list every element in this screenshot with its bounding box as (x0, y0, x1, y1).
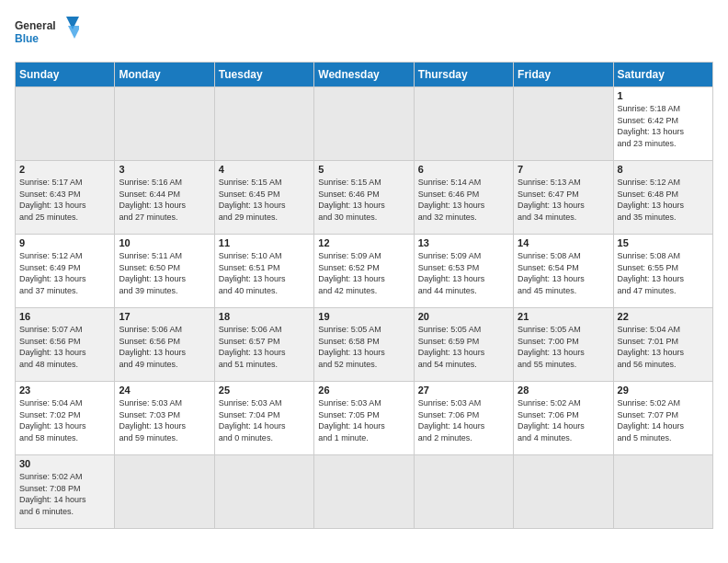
weekday-header-tuesday: Tuesday (214, 63, 313, 87)
calendar-cell (214, 87, 313, 161)
calendar-cell: 14Sunrise: 5:08 AM Sunset: 6:54 PM Dayli… (514, 235, 613, 308)
day-info: Sunrise: 5:15 AM Sunset: 6:46 PM Dayligh… (318, 177, 409, 223)
calendar-cell: 2Sunrise: 5:17 AM Sunset: 6:43 PM Daylig… (16, 161, 115, 235)
calendar-cell (115, 455, 214, 529)
day-info: Sunrise: 5:12 AM Sunset: 6:49 PM Dayligh… (19, 250, 110, 296)
calendar-cell: 30Sunrise: 5:02 AM Sunset: 7:08 PM Dayli… (16, 455, 115, 529)
day-info: Sunrise: 5:13 AM Sunset: 6:47 PM Dayligh… (518, 177, 609, 223)
day-number: 19 (318, 311, 409, 322)
calendar-cell: 22Sunrise: 5:04 AM Sunset: 7:01 PM Dayli… (613, 308, 712, 382)
day-number: 21 (518, 311, 609, 322)
calendar-cell: 23Sunrise: 5:04 AM Sunset: 7:02 PM Dayli… (16, 382, 115, 455)
day-info: Sunrise: 5:16 AM Sunset: 6:44 PM Dayligh… (119, 177, 210, 223)
day-info: Sunrise: 5:04 AM Sunset: 7:02 PM Dayligh… (19, 397, 110, 443)
day-info: Sunrise: 5:07 AM Sunset: 6:56 PM Dayligh… (19, 324, 110, 370)
day-number: 27 (418, 385, 509, 396)
calendar-cell (314, 87, 414, 161)
day-info: Sunrise: 5:03 AM Sunset: 7:05 PM Dayligh… (318, 397, 409, 443)
calendar-cell: 18Sunrise: 5:06 AM Sunset: 6:57 PM Dayli… (214, 308, 313, 382)
calendar-cell: 16Sunrise: 5:07 AM Sunset: 6:56 PM Dayli… (16, 308, 115, 382)
day-number: 14 (518, 237, 609, 248)
day-number: 9 (19, 237, 110, 248)
calendar-cell: 19Sunrise: 5:05 AM Sunset: 6:58 PM Dayli… (314, 308, 414, 382)
weekday-header-saturday: Saturday (613, 63, 712, 87)
calendar-cell: 10Sunrise: 5:11 AM Sunset: 6:50 PM Dayli… (115, 235, 214, 308)
calendar-cell: 8Sunrise: 5:12 AM Sunset: 6:48 PM Daylig… (613, 161, 712, 235)
calendar-cell: 17Sunrise: 5:06 AM Sunset: 6:56 PM Dayli… (115, 308, 214, 382)
weekday-header-monday: Monday (115, 63, 214, 87)
calendar-cell: 27Sunrise: 5:03 AM Sunset: 7:06 PM Dayli… (414, 382, 513, 455)
day-number: 2 (19, 164, 110, 175)
day-number: 5 (318, 164, 409, 175)
calendar-cell: 5Sunrise: 5:15 AM Sunset: 6:46 PM Daylig… (314, 161, 414, 235)
calendar-cell: 4Sunrise: 5:15 AM Sunset: 6:45 PM Daylig… (214, 161, 313, 235)
day-number: 13 (418, 237, 509, 248)
day-number: 12 (318, 237, 409, 248)
page-header: General Blue (15, 15, 713, 56)
weekday-header-friday: Friday (514, 63, 613, 87)
calendar-cell: 7Sunrise: 5:13 AM Sunset: 6:47 PM Daylig… (514, 161, 613, 235)
calendar-cell: 15Sunrise: 5:08 AM Sunset: 6:55 PM Dayli… (613, 235, 712, 308)
calendar-cell: 9Sunrise: 5:12 AM Sunset: 6:49 PM Daylig… (16, 235, 115, 308)
day-number: 20 (418, 311, 509, 322)
calendar-cell (314, 455, 414, 529)
day-info: Sunrise: 5:12 AM Sunset: 6:48 PM Dayligh… (618, 177, 709, 223)
day-info: Sunrise: 5:03 AM Sunset: 7:06 PM Dayligh… (418, 397, 509, 443)
calendar-cell: 3Sunrise: 5:16 AM Sunset: 6:44 PM Daylig… (115, 161, 214, 235)
day-number: 17 (119, 311, 210, 322)
calendar-cell (115, 87, 214, 161)
calendar-cell (514, 455, 613, 529)
weekday-header-wednesday: Wednesday (314, 63, 414, 87)
day-number: 15 (618, 237, 709, 248)
day-number: 10 (119, 237, 210, 248)
day-info: Sunrise: 5:14 AM Sunset: 6:46 PM Dayligh… (418, 177, 509, 223)
svg-text:General: General (15, 19, 56, 32)
calendar-cell: 25Sunrise: 5:03 AM Sunset: 7:04 PM Dayli… (214, 382, 313, 455)
day-info: Sunrise: 5:09 AM Sunset: 6:53 PM Dayligh… (418, 250, 509, 296)
day-info: Sunrise: 5:02 AM Sunset: 7:08 PM Dayligh… (19, 471, 110, 517)
day-number: 6 (418, 164, 509, 175)
day-number: 25 (219, 385, 310, 396)
calendar-cell: 21Sunrise: 5:05 AM Sunset: 7:00 PM Dayli… (514, 308, 613, 382)
calendar-cell: 1Sunrise: 5:18 AM Sunset: 6:42 PM Daylig… (613, 87, 712, 161)
day-number: 22 (618, 311, 709, 322)
svg-text:Blue: Blue (15, 32, 39, 45)
day-info: Sunrise: 5:02 AM Sunset: 7:06 PM Dayligh… (518, 397, 609, 443)
day-info: Sunrise: 5:04 AM Sunset: 7:01 PM Dayligh… (618, 324, 709, 370)
day-number: 16 (19, 311, 110, 322)
calendar-cell (214, 455, 313, 529)
day-info: Sunrise: 5:10 AM Sunset: 6:51 PM Dayligh… (219, 250, 310, 296)
day-number: 7 (518, 164, 609, 175)
day-number: 28 (518, 385, 609, 396)
day-info: Sunrise: 5:08 AM Sunset: 6:55 PM Dayligh… (618, 250, 709, 296)
calendar-cell (613, 455, 712, 529)
day-info: Sunrise: 5:03 AM Sunset: 7:03 PM Dayligh… (119, 397, 210, 443)
day-number: 1 (618, 90, 709, 101)
calendar-cell: 26Sunrise: 5:03 AM Sunset: 7:05 PM Dayli… (314, 382, 414, 455)
day-info: Sunrise: 5:08 AM Sunset: 6:54 PM Dayligh… (518, 250, 609, 296)
calendar-cell: 24Sunrise: 5:03 AM Sunset: 7:03 PM Dayli… (115, 382, 214, 455)
calendar-cell: 28Sunrise: 5:02 AM Sunset: 7:06 PM Dayli… (514, 382, 613, 455)
day-number: 29 (618, 385, 709, 396)
day-info: Sunrise: 5:06 AM Sunset: 6:56 PM Dayligh… (119, 324, 210, 370)
day-info: Sunrise: 5:11 AM Sunset: 6:50 PM Dayligh… (119, 250, 210, 296)
day-number: 24 (119, 385, 210, 396)
day-info: Sunrise: 5:03 AM Sunset: 7:04 PM Dayligh… (219, 397, 310, 443)
day-number: 30 (19, 458, 110, 469)
day-info: Sunrise: 5:06 AM Sunset: 6:57 PM Dayligh… (219, 324, 310, 370)
calendar-cell (514, 87, 613, 161)
day-number: 26 (318, 385, 409, 396)
day-number: 8 (618, 164, 709, 175)
weekday-header-thursday: Thursday (414, 63, 513, 87)
day-info: Sunrise: 5:15 AM Sunset: 6:45 PM Dayligh… (219, 177, 310, 223)
calendar-cell: 11Sunrise: 5:10 AM Sunset: 6:51 PM Dayli… (214, 235, 313, 308)
day-number: 11 (219, 237, 310, 248)
calendar-cell: 6Sunrise: 5:14 AM Sunset: 6:46 PM Daylig… (414, 161, 513, 235)
svg-marker-3 (68, 26, 79, 39)
day-number: 23 (19, 385, 110, 396)
calendar-cell (414, 87, 513, 161)
calendar-cell (16, 87, 115, 161)
calendar-cell: 13Sunrise: 5:09 AM Sunset: 6:53 PM Dayli… (414, 235, 513, 308)
calendar-cell: 12Sunrise: 5:09 AM Sunset: 6:52 PM Dayli… (314, 235, 414, 308)
calendar-cell: 29Sunrise: 5:02 AM Sunset: 7:07 PM Dayli… (613, 382, 712, 455)
